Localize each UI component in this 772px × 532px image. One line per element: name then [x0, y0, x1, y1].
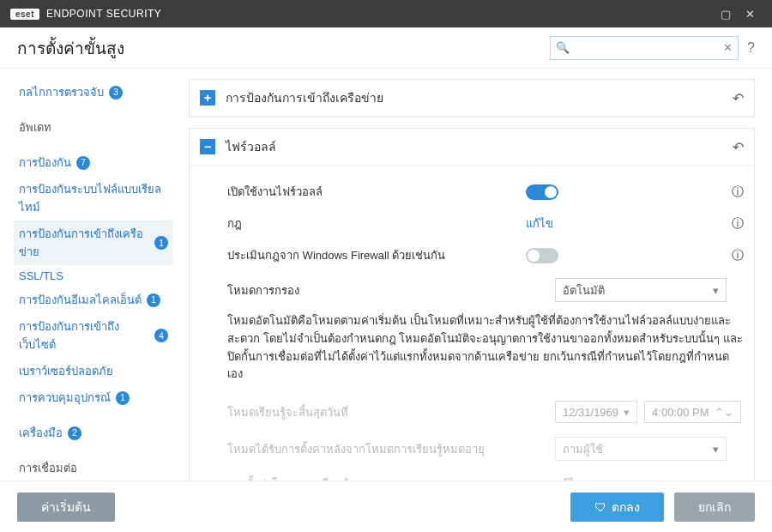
header: การตั้งค่าขั้นสูง 🔍 ✕ ? — [0, 27, 772, 69]
learn-end-date-input: 12/31/1969 ▾ — [555, 401, 637, 423]
label: เปิดใช้งานไฟร์วอลล์ — [227, 183, 516, 201]
collapse-icon[interactable]: − — [200, 139, 215, 154]
undo-icon[interactable]: ↶ — [733, 90, 744, 106]
sidebar-item-update[interactable]: อัพเดท — [14, 114, 173, 141]
row-after-learn-mode: โหมดได้รับการตั้งค่าหลังจากโหมดการเรียนร… — [227, 430, 744, 468]
sidebar-item-label: เบราว์เซอร์ปลอดภัย — [19, 362, 113, 380]
row-rules: กฎ แก้ไข ⓘ — [227, 208, 744, 239]
sidebar-badge: 7 — [76, 156, 90, 170]
sidebar-item-label: กลไกการตรวจจับ — [19, 83, 104, 101]
sidebar-item-label: การป้องกันการเข้าถึงเครือข่าย — [19, 225, 149, 261]
panel-firewall: − ไฟร์วอลล์ ↶ เปิดใช้งานไฟร์วอลล์ ⓘ กฎ แ… — [189, 128, 755, 481]
sidebar-badge: 2 — [68, 426, 81, 440]
sidebar-item-web-access[interactable]: การป้องกันการเข้าถึงเว็บไซต์ 4 — [14, 313, 173, 358]
label: ประเมินกฎจาก Windows Firewall ด้วยเช่นกั… — [227, 246, 516, 264]
sidebar-badge: 1 — [154, 236, 168, 250]
ok-button[interactable]: 🛡 ตกลง — [570, 493, 664, 522]
sidebar-item-label: การเชื่อมต่อ — [19, 459, 77, 477]
row-learn-settings: การตั้งค่าโหมดการเรียนรู้ แก้ไข — [227, 468, 744, 481]
panel-network-access: + การป้องกันการเข้าถึงเครือข่าย ↶ — [189, 79, 755, 118]
brand: eset ENDPOINT SECURITY — [10, 8, 161, 20]
select-value: ถามผู้ใช้ — [563, 440, 603, 458]
content: + การป้องกันการเข้าถึงเครือข่าย ↶ − ไฟร์… — [180, 69, 772, 481]
sidebar-item-device-control[interactable]: การควบคุมอุปกรณ์ 1 — [14, 384, 173, 411]
label: โหมดการกรอง — [227, 281, 545, 299]
footer: ค่าเริ่มต้น 🛡 ตกลง ยกเลิก — [0, 481, 772, 532]
help-icon[interactable]: ? — [747, 40, 755, 56]
chevron-down-icon: ▾ — [713, 443, 719, 456]
sidebar-item-protection[interactable]: การป้องกัน 7 — [14, 149, 173, 176]
brand-text: ENDPOINT SECURITY — [46, 8, 161, 20]
label: โหมดเรียนรู้จะสิ้นสุดวันที่ — [227, 403, 545, 421]
ok-label: ตกลง — [612, 498, 640, 517]
label: การตั้งค่าโหมดการเรียนรู้ — [227, 475, 545, 481]
panel-title: การป้องกันการเข้าถึงเครือข่าย — [226, 88, 722, 107]
after-learn-select: ถามผู้ใช้ ▾ — [555, 437, 727, 461]
sidebar-item-label: SSL/TLS — [19, 269, 63, 282]
sidebar-item-email-client[interactable]: การป้องกันอีเมลไคลเอ็นต์ 1 — [14, 287, 173, 313]
info-icon[interactable]: ⓘ — [732, 248, 744, 263]
sidebar-item-network-access[interactable]: การป้องกันการเข้าถึงเครือข่าย 1 — [14, 221, 173, 265]
label: กฎ — [227, 215, 516, 233]
sidebar-item-label: การป้องกัน — [19, 154, 71, 172]
info-icon[interactable]: ⓘ — [732, 184, 744, 200]
titlebar: eset ENDPOINT SECURITY ▢ ✕ — [0, 0, 772, 27]
expand-icon[interactable]: + — [200, 90, 215, 106]
search-icon: 🔍 — [556, 41, 570, 54]
page-title: การตั้งค่าขั้นสูง — [17, 35, 124, 61]
search-box[interactable]: 🔍 ✕ — [550, 36, 739, 60]
sidebar-badge: 3 — [109, 86, 123, 100]
row-filter-mode: โหมดการกรอง อัตโนมัติ ▾ — [227, 271, 744, 309]
sidebar-item-label: เครื่องมือ — [19, 424, 63, 442]
stepper-icon: ⌃⌄ — [715, 406, 733, 419]
row-enable-firewall: เปิดใช้งานไฟร์วอลล์ ⓘ — [227, 176, 744, 208]
clear-search-icon[interactable]: ✕ — [723, 41, 733, 54]
info-icon[interactable]: ⓘ — [732, 216, 744, 232]
sidebar-item-realtime-fs[interactable]: การป้องกันระบบไฟล์แบบเรียลไทม์ — [14, 176, 173, 221]
filter-mode-select[interactable]: อัตโนมัติ ▾ — [555, 278, 727, 302]
chevron-down-icon: ▾ — [713, 284, 719, 297]
window-close-icon[interactable]: ✕ — [738, 2, 762, 26]
sidebar-item-label: การควบคุมอุปกรณ์ — [19, 389, 111, 407]
select-value: อัตโนมัติ — [563, 281, 605, 299]
filter-mode-description: โหมดอัตโนมัติคือโหมดตามค่าเริ่มต้น เป็นโ… — [227, 309, 744, 394]
chevron-down-icon: ▾ — [624, 406, 630, 419]
sidebar-item-connection[interactable]: การเชื่อมต่อ — [14, 455, 173, 481]
sidebar-item-label: อัพเดท — [19, 118, 51, 136]
label: โหมดได้รับการตั้งค่าหลังจากโหมดการเรียนร… — [227, 440, 545, 458]
edit-rules-link[interactable]: แก้ไข — [526, 215, 553, 233]
sidebar-item-label: การป้องกันระบบไฟล์แบบเรียลไทม์ — [19, 180, 168, 216]
row-eval-windows-firewall: ประเมินกฎจาก Windows Firewall ด้วยเช่นกั… — [227, 239, 744, 271]
learn-end-time-input: 4:00:00 PM ⌃⌄ — [644, 401, 741, 423]
time-value: 4:00:00 PM — [652, 406, 709, 419]
default-button[interactable]: ค่าเริ่มต้น — [17, 493, 115, 522]
sidebar-badge: 4 — [154, 329, 168, 342]
shield-icon: 🛡 — [594, 500, 606, 514]
toggle-eval-windows-firewall[interactable] — [526, 248, 558, 263]
row-learn-end-date: โหมดเรียนรู้จะสิ้นสุดวันที่ 12/31/1969 ▾… — [227, 394, 744, 430]
sidebar-item-label: การป้องกันอีเมลไคลเอ็นต์ — [19, 291, 142, 309]
sidebar-item-label: การป้องกันการเข้าถึงเว็บไซต์ — [19, 317, 149, 354]
sidebar-item-detection-engine[interactable]: กลไกการตรวจจับ 3 — [14, 79, 173, 106]
learn-settings-link: แก้ไข — [555, 475, 582, 481]
sidebar-badge: 1 — [147, 293, 160, 307]
cancel-button[interactable]: ยกเลิก — [674, 493, 755, 522]
sidebar-item-tools[interactable]: เครื่องมือ 2 — [14, 420, 173, 446]
sidebar-badge: 1 — [116, 391, 130, 405]
undo-icon[interactable]: ↶ — [733, 139, 744, 155]
toggle-enable-firewall[interactable] — [526, 184, 558, 200]
sidebar: กลไกการตรวจจับ 3 อัพเดท การป้องกัน 7 การ… — [0, 69, 180, 481]
sidebar-item-ssltls[interactable]: SSL/TLS — [14, 265, 173, 287]
brand-logo: eset — [10, 9, 39, 20]
date-value: 12/31/1969 — [563, 406, 618, 419]
panel-title: ไฟร์วอลล์ — [226, 137, 722, 156]
search-input[interactable] — [570, 41, 723, 54]
sidebar-item-secure-browser[interactable]: เบราว์เซอร์ปลอดภัย — [14, 358, 173, 384]
window-maximize-icon[interactable]: ▢ — [714, 2, 738, 26]
